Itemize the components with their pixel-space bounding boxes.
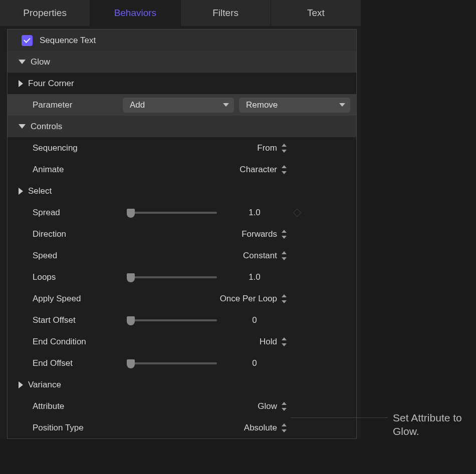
loops-slider[interactable] [127, 276, 217, 278]
tab-filters[interactable]: Filters [181, 0, 271, 26]
callout-text: Set Attribute to Glow. [393, 411, 473, 438]
parameter-remove-dropdown[interactable]: Remove [239, 98, 350, 113]
stepper-icon [281, 230, 287, 239]
tab-text[interactable]: Text [271, 0, 361, 26]
param-spread: Spread 1.0 [8, 202, 356, 223]
group-select[interactable]: Select [8, 180, 356, 202]
disclosure-down-icon [19, 124, 26, 129]
end-condition-popup[interactable]: Hold [260, 337, 287, 347]
parameter-label: Parameter [33, 100, 123, 110]
stepper-icon [281, 294, 287, 303]
attribute-popup[interactable]: Glow [258, 401, 287, 411]
speed-popup[interactable]: Constant [243, 251, 287, 261]
tab-behaviors[interactable]: Behaviors [90, 0, 180, 26]
group-four-corner[interactable]: Four Corner [8, 73, 356, 94]
chevron-down-icon [223, 103, 229, 107]
slider-thumb[interactable] [127, 316, 135, 325]
param-direction: Direction Forwards [8, 223, 356, 245]
tab-properties[interactable]: Properties [0, 0, 90, 26]
parameter-row: Parameter Add Remove [8, 94, 356, 116]
inspector-panel: Properties Behaviors Filters Text Sequen… [0, 0, 361, 439]
inspector-content: Sequence Text Glow Four Corner Parameter… [7, 29, 357, 439]
callout-line [291, 417, 388, 418]
disclosure-right-icon [19, 188, 23, 195]
behavior-title: Sequence Text [40, 36, 96, 46]
group-variance[interactable]: Variance [8, 374, 356, 395]
slider-thumb[interactable] [127, 209, 135, 218]
end-offset-value[interactable]: 0 [227, 358, 282, 368]
direction-popup[interactable]: Forwards [242, 229, 287, 239]
disclosure-right-icon [19, 80, 23, 87]
start-offset-slider[interactable] [127, 319, 217, 321]
spread-value[interactable]: 1.0 [227, 208, 282, 218]
disclosure-right-icon [19, 381, 23, 388]
param-sequencing: Sequencing From [8, 137, 356, 159]
parameter-add-dropdown[interactable]: Add [123, 98, 234, 113]
stepper-icon [281, 423, 287, 432]
slider-thumb[interactable] [127, 273, 135, 282]
callout-annotation: Set Attribute to Glow. [291, 411, 473, 438]
position-type-popup[interactable]: Absolute [244, 423, 287, 433]
param-loops: Loops 1.0 [8, 266, 356, 288]
sequencing-popup[interactable]: From [257, 143, 287, 153]
spread-slider[interactable] [127, 212, 217, 214]
param-apply-speed: Apply Speed Once Per Loop [8, 288, 356, 309]
slider-thumb[interactable] [127, 359, 135, 368]
loops-value[interactable]: 1.0 [227, 272, 282, 282]
sequence-text-checkbox[interactable] [22, 35, 33, 46]
param-start-offset: Start Offset 0 [8, 309, 356, 331]
apply-speed-popup[interactable]: Once Per Loop [220, 294, 287, 304]
keyframe-diamond-icon[interactable] [293, 208, 302, 217]
stepper-icon [281, 165, 287, 174]
stepper-icon [281, 337, 287, 346]
behavior-header: Sequence Text [8, 30, 356, 51]
animate-popup[interactable]: Character [240, 165, 287, 175]
stepper-icon [281, 251, 287, 260]
group-controls[interactable]: Controls [8, 116, 356, 137]
param-animate: Animate Character [8, 159, 356, 180]
tab-bar: Properties Behaviors Filters Text [0, 0, 361, 26]
param-end-condition: End Condition Hold [8, 331, 356, 352]
stepper-icon [281, 144, 287, 153]
chevron-down-icon [339, 103, 345, 107]
group-glow[interactable]: Glow [8, 51, 356, 73]
start-offset-value[interactable]: 0 [227, 315, 282, 325]
param-end-offset: End Offset 0 [8, 352, 356, 374]
stepper-icon [281, 402, 287, 411]
param-speed: Speed Constant [8, 245, 356, 266]
disclosure-down-icon [19, 60, 26, 64]
end-offset-slider[interactable] [127, 362, 217, 364]
